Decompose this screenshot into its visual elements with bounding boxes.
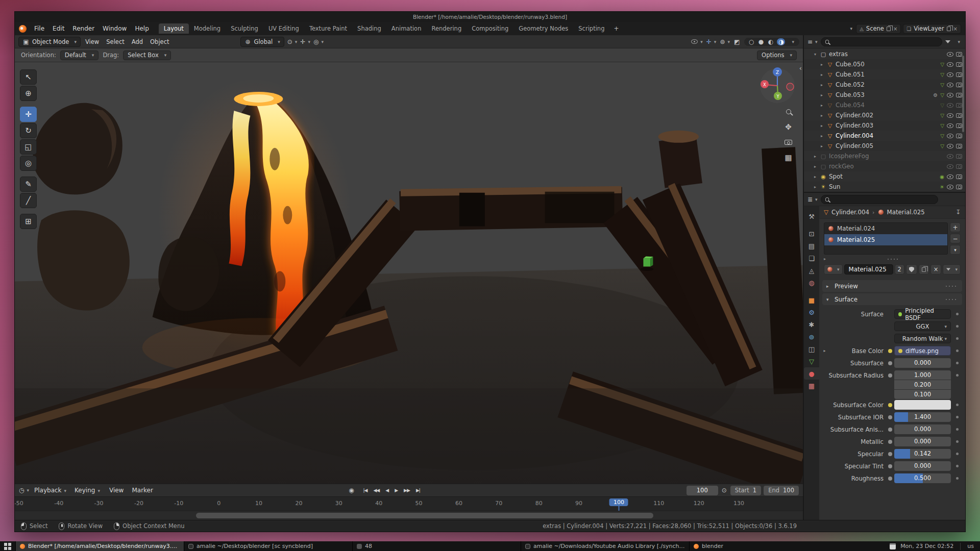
workspace-tab[interactable]: UV Editing [263, 23, 304, 34]
viewport-menu-item[interactable]: Select [103, 37, 128, 46]
camera-view-icon[interactable] [785, 140, 792, 145]
task-blender-app[interactable]: blender [689, 541, 857, 551]
breadcrumb-object[interactable]: Cylinder.004 [831, 209, 869, 216]
material-slot-024[interactable]: Material.024 [824, 223, 947, 234]
animate-decorator[interactable] [953, 349, 961, 352]
animate-decorator[interactable] [953, 313, 961, 315]
material-specials-dropdown[interactable] [943, 264, 961, 274]
tool-select-box[interactable]: ↖ [20, 69, 37, 85]
outliner-row-cube051[interactable]: ▸ ▽ Cube.051 ▽ [804, 69, 965, 80]
outliner-row-spot[interactable]: ▸ ◉ Spot ◉ [804, 171, 965, 182]
disable-render-toggle[interactable] [956, 154, 962, 159]
show-gizmos-dropdown[interactable]: ✛ [706, 38, 717, 45]
options-dropdown[interactable]: Options [757, 51, 797, 60]
expand-icon[interactable]: ▸ [824, 257, 826, 261]
new-view-layer-button[interactable] [947, 27, 951, 31]
color-swatch[interactable] [894, 400, 951, 410]
value-slider[interactable]: 0.000 [894, 461, 951, 471]
remove-view-layer-button[interactable]: × [953, 26, 958, 32]
workspace-tab[interactable]: Modeling [189, 23, 226, 34]
tool-annotate[interactable]: ✎ [20, 177, 37, 192]
hide-viewport-toggle[interactable] [947, 72, 953, 77]
object-type-visibility-dropdown[interactable] [691, 39, 703, 44]
navigation-gizmo[interactable]: Z X Y [758, 65, 797, 104]
value-slider[interactable]: 0.142 [894, 449, 951, 459]
object-name[interactable]: Cube.050 [836, 61, 865, 68]
animate-decorator[interactable] [953, 465, 961, 467]
outliner-editor-type-dropdown[interactable]: ≡ [807, 38, 818, 45]
disable-render-toggle[interactable] [956, 174, 962, 179]
menu-item[interactable]: File [30, 24, 48, 33]
value-slider[interactable]: 0.000 [894, 424, 951, 434]
hide-viewport-toggle[interactable] [947, 164, 953, 169]
expand-arrow-icon[interactable]: ▸ [819, 144, 824, 148]
pin-icon[interactable]: ↧ [955, 209, 961, 216]
tool-rotate[interactable]: ↻ [20, 123, 37, 138]
prev-keyframe-button[interactable]: ◀◀ [371, 486, 382, 494]
animate-decorator[interactable] [953, 337, 961, 340]
animate-decorator[interactable] [953, 453, 961, 455]
object-name[interactable]: Cube.052 [836, 81, 865, 88]
disable-render-toggle[interactable] [956, 164, 962, 169]
disable-render-toggle[interactable] [956, 113, 962, 118]
shader-field[interactable]: Principled BSDF [894, 309, 951, 319]
resize-grip[interactable] [887, 258, 900, 260]
task-terminal-1[interactable]: amalie ~/Desktop/blender [sc syncblend] [184, 541, 352, 551]
expand-arrow-icon[interactable]: ▸ [813, 174, 818, 179]
hide-viewport-toggle[interactable] [947, 93, 953, 97]
hide-viewport-toggle[interactable] [947, 174, 953, 179]
drag-select[interactable]: Select Box [123, 51, 171, 60]
animate-decorator[interactable] [953, 362, 961, 364]
panel-collapse-icon[interactable]: ▸ [826, 284, 831, 289]
expand-arrow-icon[interactable]: ▸ [819, 123, 824, 128]
expand-arrow-icon[interactable]: ▸ [819, 83, 824, 87]
disable-render-toggle[interactable] [956, 103, 962, 108]
value-slider[interactable]: 0.500 [894, 473, 951, 483]
properties-search-input[interactable] [832, 196, 934, 203]
expand-arrow-icon[interactable]: ▸ [819, 113, 824, 118]
outliner-search[interactable] [821, 37, 943, 46]
browse-scene-dropdown[interactable] [846, 26, 854, 31]
slot-list-resize[interactable]: ▸ [819, 256, 965, 262]
pan-hand-icon[interactable]: ✥ [785, 122, 792, 132]
tool-transform[interactable]: ◎ [20, 156, 37, 171]
hide-viewport-toggle[interactable] [947, 134, 953, 138]
unlink-scene-button[interactable]: × [893, 26, 897, 32]
viewport-menu-item[interactable]: Object [146, 37, 173, 46]
menu-item[interactable]: Render [68, 24, 99, 33]
object-name[interactable]: extras [829, 51, 848, 58]
object-name[interactable]: Cylinder.003 [836, 122, 873, 129]
timeline-menu[interactable]: Marker [128, 486, 157, 495]
workspace-tab[interactable]: Texture Paint [304, 23, 352, 34]
expand-arrow-icon[interactable]: ▸ [819, 134, 824, 138]
shading-solid-button[interactable]: ● [757, 38, 765, 45]
panel-grip[interactable] [945, 298, 958, 300]
material-slot-025[interactable]: Material.025 [824, 234, 947, 245]
frame-end-field[interactable]: End 100 [764, 486, 799, 495]
hide-viewport-toggle[interactable] [947, 103, 953, 108]
filter-dropdown[interactable] [953, 39, 962, 44]
hide-viewport-toggle[interactable] [947, 52, 953, 57]
animate-decorator[interactable] [953, 477, 961, 480]
snapping-dropdown[interactable]: ✛ [300, 38, 310, 45]
workspace-tab[interactable]: Animation [386, 23, 427, 34]
viewport-menu-item[interactable]: Add [128, 37, 146, 46]
object-name[interactable]: Cylinder.004 [836, 132, 873, 139]
workspace-tab[interactable]: Rendering [426, 23, 467, 34]
tool-add-cube[interactable]: ⊞ [20, 214, 37, 229]
tab-physics[interactable]: ⊚ [804, 331, 819, 343]
timeline-scrollbar[interactable] [196, 513, 653, 518]
menu-item[interactable]: Help [131, 24, 153, 33]
next-keyframe-button[interactable]: ▶▶ [401, 486, 412, 494]
browse-material-dropdown[interactable] [824, 264, 843, 274]
play-button[interactable]: ▶ [392, 486, 400, 494]
viewport-menu-item[interactable]: View [82, 37, 103, 46]
properties-search[interactable] [821, 195, 938, 204]
outliner-row-cube053[interactable]: ▸ ▽ Cube.053 ⚙ ▽ [804, 90, 965, 100]
outliner-row-cube054[interactable]: ▸ ▽ Cube.054 ▽ [804, 100, 965, 110]
disable-render-toggle[interactable] [956, 83, 962, 87]
launcher-icon[interactable] [4, 543, 7, 546]
expand-arrow-icon[interactable]: ▸ [813, 154, 818, 159]
hide-viewport-toggle[interactable] [947, 62, 953, 67]
value-slider[interactable]: 1.400 [894, 412, 951, 422]
